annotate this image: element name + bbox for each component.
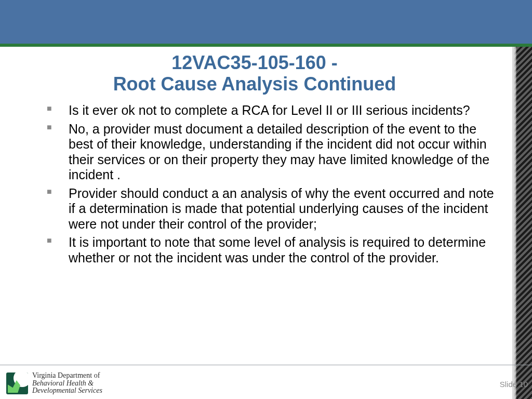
- slide: 12VAC35-105-160 - Root Cause Analysis Co…: [0, 0, 532, 399]
- org-line2: Behavioral Health &: [32, 380, 102, 388]
- header-band: [0, 0, 532, 44]
- slide-body: Is it ever ok not to complete a RCA for …: [47, 103, 499, 269]
- title-code: 12VAC35-105-160 -: [0, 52, 509, 73]
- bullet-list: Is it ever ok not to complete a RCA for …: [47, 103, 499, 265]
- list-item: No, a provider must document a detailed …: [47, 122, 499, 183]
- list-item: It is important to note that some level …: [47, 235, 499, 265]
- header-rule: [0, 44, 532, 47]
- logo-mark-icon: [6, 373, 28, 394]
- org-logo: Virginia Department of Behavioral Health…: [6, 372, 102, 395]
- org-name: Virginia Department of Behavioral Health…: [32, 372, 102, 395]
- slide-title: 12VAC35-105-160 - Root Cause Analysis Co…: [0, 52, 509, 95]
- list-item: Is it ever ok not to complete a RCA for …: [47, 103, 499, 118]
- slide-number: Slide 10: [500, 380, 528, 389]
- footer: Virginia Department of Behavioral Health…: [0, 365, 532, 399]
- decorative-strip: [513, 47, 532, 399]
- title-main: Root Cause Analysis Continued: [0, 73, 509, 95]
- list-item: Provider should conduct a an analysis of…: [47, 186, 499, 232]
- footer-rule: [0, 365, 532, 365]
- org-line1: Virginia Department of: [32, 372, 102, 380]
- org-line3: Developmental Services: [32, 387, 102, 395]
